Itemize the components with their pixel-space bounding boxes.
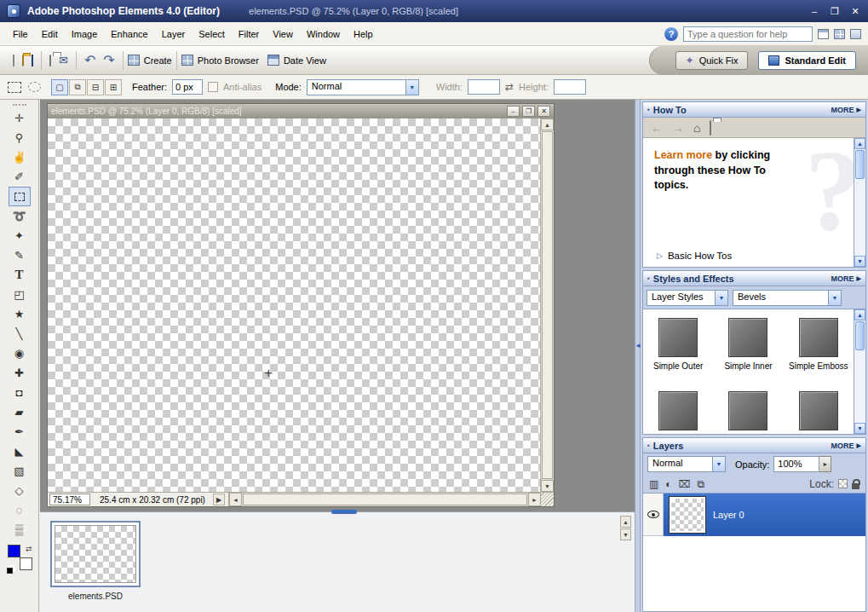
blend-mode-dropdown[interactable]: Normal ▼: [647, 456, 726, 472]
swap-dimensions-icon[interactable]: ⇄: [505, 81, 514, 93]
photo-bin-thumbnail[interactable]: [50, 521, 141, 587]
menu-filter[interactable]: Filter: [233, 26, 265, 43]
scroll-right-icon[interactable]: ►: [528, 493, 541, 506]
add-to-selection-button[interactable]: ⧉: [69, 79, 86, 95]
style-category-dropdown[interactable]: Layer Styles ▼: [647, 290, 728, 306]
scroll-left-icon[interactable]: ◄: [229, 493, 242, 506]
quick-fix-button[interactable]: ✦ Quick Fix: [675, 51, 749, 70]
forward-icon[interactable]: →: [672, 121, 684, 135]
default-colors-icon[interactable]: [7, 568, 13, 574]
healing-brush-tool[interactable]: ✚: [9, 363, 31, 383]
back-icon[interactable]: ←: [651, 121, 663, 135]
how-to-header[interactable]: ▪ How To MORE ▶: [643, 102, 865, 118]
style-item[interactable]: [643, 383, 713, 434]
feather-input[interactable]: [172, 79, 203, 95]
link-layers-icon[interactable]: ⧉: [697, 478, 704, 490]
menu-file[interactable]: File: [7, 26, 34, 43]
sponge-tool[interactable]: ▒: [9, 520, 31, 540]
move-tool[interactable]: ✛: [9, 108, 31, 128]
scroll-up-icon[interactable]: ▲: [620, 516, 631, 528]
horizontal-scrollbar[interactable]: ◄ ►: [228, 493, 541, 506]
scroll-up-icon[interactable]: ▲: [854, 138, 865, 149]
style-item-simple-inner[interactable]: Simple Inner: [713, 309, 783, 383]
swap-colors-icon[interactable]: ⇄: [26, 545, 32, 553]
menu-window[interactable]: Window: [301, 26, 346, 43]
how-to-more-button[interactable]: MORE ▶: [831, 106, 861, 114]
magic-wand-tool[interactable]: ✦: [9, 226, 31, 245]
styles-scrollbar[interactable]: ▲ ▼: [854, 309, 865, 434]
resize-grip[interactable]: [541, 493, 554, 506]
zoom-tool[interactable]: ⚲: [9, 128, 31, 147]
opacity-field[interactable]: 100%: [773, 456, 819, 472]
clone-stamp-tool[interactable]: ◘: [9, 383, 31, 402]
new-file-button[interactable]: [13, 55, 14, 66]
palette-bin-toggle-icon[interactable]: [850, 29, 861, 39]
doc-minimize-button[interactable]: –: [507, 106, 520, 117]
open-file-button[interactable]: [22, 55, 24, 66]
scroll-thumb[interactable]: [243, 494, 527, 505]
scroll-down-icon[interactable]: ▼: [854, 423, 865, 434]
new-layer-icon[interactable]: ▥: [649, 478, 658, 490]
close-button[interactable]: ✕: [849, 6, 861, 17]
palette-bin-splitter[interactable]: ◄: [635, 100, 641, 612]
lock-all-icon[interactable]: [852, 483, 859, 489]
how-to-scrollbar[interactable]: ▲ ▼: [854, 138, 865, 267]
vertical-scrollbar[interactable]: ▲ ▼: [541, 118, 554, 492]
tile-windows-icon[interactable]: [834, 29, 845, 39]
save-button[interactable]: [32, 55, 33, 66]
maximize-button[interactable]: ❐: [829, 6, 841, 17]
background-color-swatch[interactable]: [20, 557, 32, 570]
menu-layer[interactable]: Layer: [156, 26, 192, 43]
scroll-thumb[interactable]: [855, 321, 865, 350]
menu-help[interactable]: Help: [348, 26, 379, 43]
scroll-up-icon[interactable]: ▲: [854, 309, 865, 320]
red-eye-removal-tool[interactable]: ◉: [9, 344, 31, 363]
print-topic-button[interactable]: [710, 121, 711, 135]
canvas[interactable]: +: [48, 118, 541, 492]
brush-tool[interactable]: ✒: [9, 422, 31, 442]
date-view-button[interactable]: Date View: [263, 52, 331, 68]
layers-more-button[interactable]: MORE ▶: [831, 442, 861, 450]
help-icon[interactable]: ?: [664, 27, 678, 41]
height-input[interactable]: [554, 79, 586, 95]
menu-select[interactable]: Select: [193, 26, 231, 43]
style-item[interactable]: [784, 383, 854, 434]
style-item[interactable]: [713, 383, 783, 434]
window-layout-icon[interactable]: [818, 29, 829, 39]
elliptical-marquee-icon[interactable]: [28, 82, 41, 92]
redo-button[interactable]: ↷: [103, 54, 114, 67]
gradient-tool[interactable]: ▧: [9, 461, 31, 481]
blur-tool[interactable]: ◌: [9, 500, 31, 520]
menu-enhance[interactable]: Enhance: [105, 26, 153, 43]
scroll-track[interactable]: [854, 351, 865, 423]
style-item-simple-outer[interactable]: Simple Outer: [643, 309, 713, 383]
scroll-down-icon[interactable]: ▼: [541, 480, 554, 492]
selection-brush-tool[interactable]: ✎: [9, 245, 31, 265]
scroll-down-icon[interactable]: ▼: [620, 528, 631, 540]
adjustment-layer-icon[interactable]: ◐: [665, 478, 671, 490]
zoom-level-field[interactable]: 75.17%: [49, 494, 90, 505]
visibility-cell[interactable]: [643, 494, 664, 536]
foreground-color-swatch[interactable]: [8, 545, 20, 557]
menu-image[interactable]: Image: [66, 26, 104, 43]
photo-bin-scrollbar[interactable]: ▲ ▼: [620, 516, 631, 540]
help-search-input[interactable]: [683, 26, 813, 42]
menu-view[interactable]: View: [267, 26, 299, 43]
delete-layer-icon[interactable]: ⌧: [679, 478, 691, 490]
paint-bucket-tool[interactable]: ◣: [9, 442, 31, 461]
eyedropper-tool[interactable]: ✐: [9, 167, 31, 187]
create-button[interactable]: Create: [124, 52, 176, 68]
lock-transparency-icon[interactable]: [838, 479, 848, 488]
scroll-thumb[interactable]: [542, 131, 553, 479]
status-menu-icon[interactable]: ▶: [213, 494, 225, 505]
home-icon[interactable]: ⌂: [693, 121, 700, 135]
straighten-tool[interactable]: ╲: [9, 324, 31, 344]
new-selection-button[interactable]: ▢: [51, 79, 68, 95]
email-button[interactable]: ✉: [59, 55, 68, 66]
anti-alias-checkbox[interactable]: [208, 82, 218, 92]
eraser-tool[interactable]: ▰: [9, 402, 31, 422]
subtract-from-selection-button[interactable]: ⊟: [87, 79, 104, 95]
crop-tool[interactable]: ◰: [9, 285, 31, 304]
width-input[interactable]: [468, 79, 500, 95]
layer-row-layer-0[interactable]: Layer 0: [643, 494, 865, 536]
